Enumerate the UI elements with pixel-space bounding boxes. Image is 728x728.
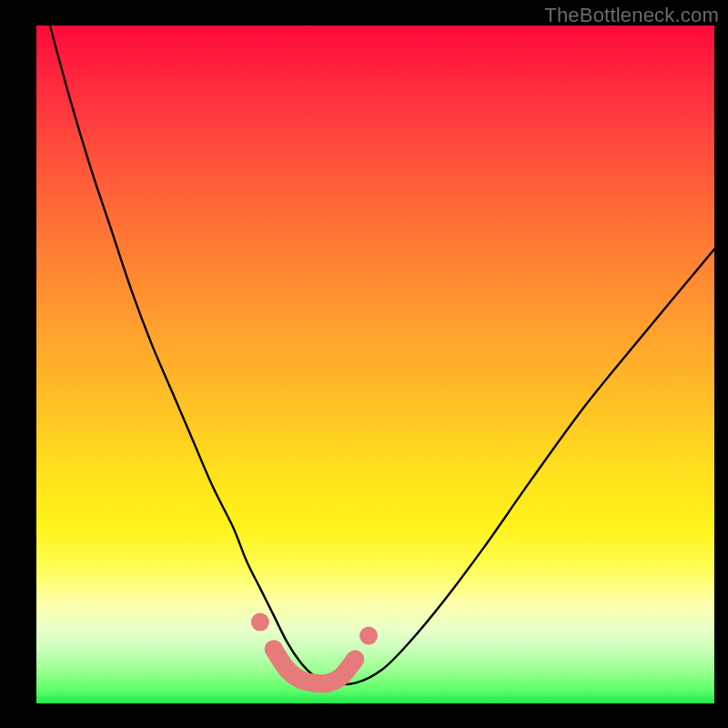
- bottleneck-curve: [50, 25, 714, 684]
- highlight-dots-group: [251, 613, 378, 693]
- highlight-dot: [265, 640, 283, 658]
- highlight-dot: [359, 627, 378, 645]
- curve-svg: [36, 25, 714, 703]
- watermark-text: TheBottleneck.com: [544, 4, 719, 27]
- highlight-dot: [346, 651, 364, 669]
- plot-area: [36, 25, 714, 703]
- highlight-dot: [251, 613, 269, 632]
- chart-frame: TheBottleneck.com: [0, 0, 728, 728]
- highlight-dot: [332, 667, 350, 685]
